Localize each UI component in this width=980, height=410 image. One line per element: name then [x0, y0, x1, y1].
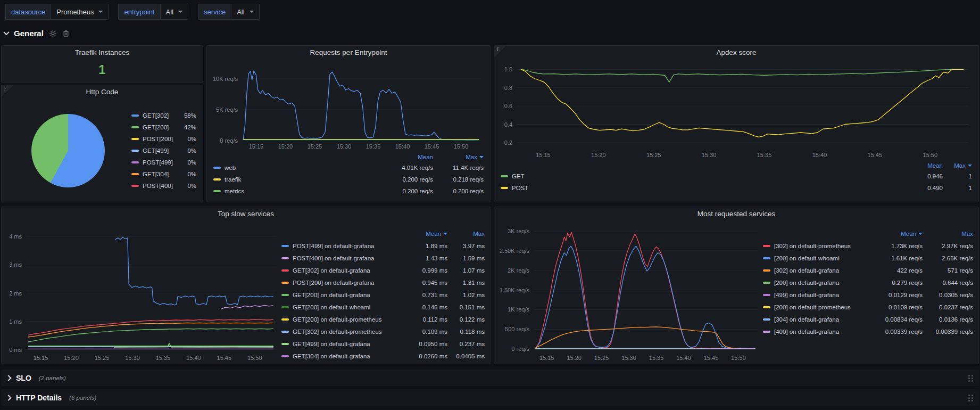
series-name[interactable]: [200] on default-prometheus	[763, 304, 870, 310]
series-name[interactable]: GET[200] on default-grafana	[281, 292, 409, 298]
legend-sort-mean[interactable]: Mean	[900, 162, 943, 169]
variable-value-dropdown[interactable]: All	[160, 4, 188, 20]
panel-title[interactable]: Requests per Entrypoint	[207, 46, 490, 60]
series-name[interactable]: traefik	[213, 176, 377, 183]
drag-handle-icon[interactable]	[968, 394, 974, 401]
series-value: 0%	[178, 171, 196, 177]
svg-text:1.50K req/s: 1.50K req/s	[500, 287, 530, 293]
legend-sort-mean[interactable]: Mean	[377, 154, 433, 160]
series-value: 0.490	[900, 185, 943, 191]
legend-sort-max[interactable]: Max	[923, 231, 973, 237]
panel-title[interactable]: Http Code	[2, 85, 203, 99]
series-name[interactable]: GET[304]	[131, 171, 178, 177]
legend-row: GET[200] on default-grafana0.731 ms1.02 …	[281, 289, 485, 301]
series-color-swatch	[281, 282, 289, 284]
legend-row: POST0.4901	[501, 182, 972, 194]
series-color-swatch	[131, 173, 139, 175]
series-name[interactable]: POST[499]	[131, 159, 178, 166]
series-name[interactable]: [499] on default-grafana	[763, 292, 870, 298]
legend-sort-max[interactable]: Max	[943, 162, 972, 169]
panel-title[interactable]: Apdex score	[494, 46, 978, 60]
series-name[interactable]: [200] on default-whoami	[763, 255, 870, 261]
legend-header: MeanMax	[281, 227, 485, 240]
panel-title[interactable]: Traefik Instances	[2, 46, 203, 60]
series-name[interactable]: GET[499]	[131, 147, 178, 154]
series-name[interactable]: GET[302]	[131, 112, 178, 119]
legend-row: GET[499] on default-grafana0.0950 ms0.23…	[281, 338, 485, 350]
series-value: 0.945 ms	[409, 280, 447, 286]
series-name[interactable]: POST[499] on default-grafana	[281, 243, 409, 249]
apdex-score-legend: MeanMaxGET0.9461POST0.4901	[494, 160, 978, 194]
series-name[interactable]: GET[499] on default-grafana	[281, 341, 409, 347]
svg-text:15:30: 15:30	[337, 143, 352, 150]
row-header-general[interactable]: General	[4, 26, 70, 40]
sort-caret-icon	[479, 156, 484, 158]
series-name[interactable]: [302] on default-prometheus	[763, 243, 870, 249]
row-header-http-details[interactable]: HTTP Details (6 panels)	[1, 389, 979, 406]
series-name[interactable]: GET[302] on default-grafana	[281, 267, 409, 274]
legend-sort-mean[interactable]: Mean	[870, 231, 923, 237]
series-name[interactable]: POST	[501, 185, 900, 191]
series-color-swatch	[763, 245, 770, 247]
series-color-swatch	[131, 126, 139, 128]
drag-handle-icon[interactable]	[968, 374, 974, 382]
series-name[interactable]: GET[302] on default-prometheus	[281, 329, 409, 335]
series-value: 42%	[178, 124, 196, 130]
requests-per-entrypoint-chart[interactable]: 0 req/s5K req/s10K req/s15:1515:2015:251…	[208, 60, 487, 151]
most-requested-services-chart[interactable]: 0 req/s500 req/s1K req/s1.50K req/s2K re…	[494, 221, 763, 363]
panel-traefik-instances: Traefik Instances 1	[1, 45, 203, 83]
row-title: HTTP Details	[16, 393, 62, 402]
top-slow-services-chart[interactable]: 0 ms1 ms2 ms3 ms4 ms15:1515:2015:2515:30…	[2, 221, 281, 363]
series-name[interactable]: POST[400]	[131, 183, 178, 189]
series-value: 0.218 req/s	[433, 176, 484, 183]
svg-text:0 ms: 0 ms	[9, 347, 22, 353]
variable-value-dropdown[interactable]: Prometheus	[51, 4, 109, 20]
variable-value-dropdown[interactable]: All	[231, 4, 259, 20]
series-value: 0.0305 req/s	[923, 292, 973, 298]
series-color-swatch	[281, 331, 289, 333]
row-header-slo[interactable]: SLO (2 panels)	[1, 370, 979, 386]
series-name[interactable]: GET[200]	[131, 124, 178, 130]
series-value: 0.122 ms	[447, 316, 485, 323]
series-name[interactable]: metrics	[213, 188, 377, 194]
series-name[interactable]: POST[200] on default-grafana	[281, 280, 409, 286]
legend-sort-max[interactable]: Max	[447, 231, 485, 237]
series-value: 0.237 ms	[447, 341, 485, 347]
series-name[interactable]: POST[400] on default-grafana	[281, 255, 409, 261]
row-title: SLO	[16, 374, 31, 382]
series-value: 0.0129 req/s	[870, 292, 923, 298]
series-color-swatch	[213, 167, 221, 169]
series-value: 0.146 ms	[409, 304, 447, 310]
series-name[interactable]: web	[213, 165, 377, 171]
series-name[interactable]: GET	[501, 173, 900, 179]
chevron-down-icon	[3, 29, 9, 35]
svg-text:15:35: 15:35	[757, 152, 772, 158]
legend-row: metrics0.200 req/s0.200 req/s	[213, 185, 484, 197]
svg-text:0 req/s: 0 req/s	[511, 346, 529, 352]
series-color-swatch	[131, 114, 139, 117]
series-name[interactable]: GET[304] on default-grafana	[281, 353, 409, 359]
series-color-swatch	[763, 269, 770, 272]
legend-sort-max[interactable]: Max	[433, 154, 484, 160]
panel-title[interactable]: Top slow services	[2, 207, 490, 221]
series-color-swatch	[763, 331, 770, 333]
series-name[interactable]: [200] on default-grafana	[763, 280, 870, 286]
trash-icon[interactable]	[62, 29, 70, 37]
series-name[interactable]: [302] on default-grafana	[763, 267, 870, 274]
svg-text:15:35: 15:35	[649, 355, 664, 361]
apdex-score-chart[interactable]: 0.20.40.60.81.015:1515:2015:2515:3015:35…	[495, 60, 974, 160]
series-name[interactable]: GET[200] on default-prometheus	[281, 316, 409, 323]
series-name[interactable]: GET[200] on default-whoami	[281, 304, 409, 310]
svg-text:3K req/s: 3K req/s	[508, 228, 529, 234]
svg-text:2.50K req/s: 2.50K req/s	[500, 248, 530, 254]
series-name[interactable]: POST[200]	[131, 136, 178, 142]
gear-icon[interactable]	[49, 29, 57, 37]
series-color-swatch	[131, 185, 139, 187]
panel-title[interactable]: Most requested services	[494, 207, 978, 221]
legend-row: POST[499]0%	[131, 157, 196, 168]
series-name[interactable]: [400] on default-grafana	[763, 329, 870, 335]
legend-row: [302] on default-grafana422 req/s571 req…	[763, 264, 973, 276]
http-code-pie-chart[interactable]	[31, 114, 105, 187]
legend-sort-mean[interactable]: Mean	[409, 231, 447, 237]
series-name[interactable]: [304] on default-grafana	[763, 316, 870, 323]
